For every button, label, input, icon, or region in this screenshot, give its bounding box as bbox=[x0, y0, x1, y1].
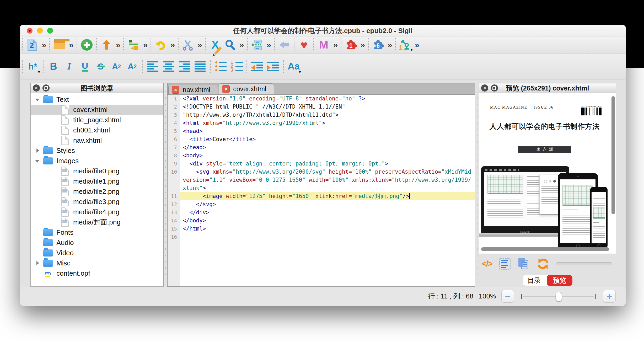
tree-item[interactable]: content.opf bbox=[31, 268, 163, 279]
code-line[interactable]: 13 </div> bbox=[168, 209, 475, 217]
tree-item[interactable]: Styles bbox=[31, 146, 163, 156]
bullet-list-button[interactable] bbox=[214, 59, 228, 74]
zoom-in-button[interactable]: + bbox=[603, 290, 616, 303]
code-line[interactable]: 7</head> bbox=[168, 143, 475, 152]
splitter-right[interactable] bbox=[476, 83, 478, 287]
donate-button[interactable]: ♥ bbox=[298, 39, 310, 51]
tree-item[interactable]: media/file0.png bbox=[31, 166, 163, 176]
tree-item[interactable]: nav.xhtml bbox=[31, 135, 163, 146]
tree-chevron-icon[interactable] bbox=[34, 157, 41, 165]
toolbar-expand-button[interactable]: » bbox=[266, 40, 271, 50]
tree-item[interactable]: cover.xhtml bbox=[31, 105, 163, 115]
detach-panel-button[interactable] bbox=[42, 84, 50, 92]
strikethrough-button[interactable]: S bbox=[94, 59, 108, 74]
code-line[interactable]: 16 bbox=[168, 233, 475, 241]
tree-chevron-icon[interactable] bbox=[34, 147, 41, 154]
tree-item[interactable]: Video bbox=[31, 248, 163, 258]
undo-button[interactable] bbox=[154, 39, 167, 51]
tree-item[interactable]: Text bbox=[31, 94, 163, 105]
align-right-button[interactable] bbox=[178, 59, 191, 74]
close-window-button[interactable] bbox=[27, 28, 33, 34]
tab-nav-xhtml[interactable]: × nav.xhtml bbox=[168, 85, 218, 94]
inspect-code-button[interactable]: </> bbox=[482, 259, 492, 269]
code-line[interactable]: 3"http://www.w3.org/TR/xhtml11/DTD/xhtml… bbox=[168, 111, 475, 119]
superscript-button[interactable]: A2 bbox=[125, 59, 139, 74]
new-epub-button[interactable]: 2 bbox=[26, 39, 39, 51]
close-panel-button[interactable]: × bbox=[33, 84, 40, 92]
subscript-button[interactable]: A2 bbox=[110, 59, 123, 74]
align-left-button[interactable] bbox=[146, 59, 160, 74]
save-button[interactable] bbox=[100, 39, 113, 51]
add-existing-files-button[interactable] bbox=[80, 39, 93, 51]
detach-panel-button[interactable] bbox=[491, 84, 498, 92]
toolbar-expand-button[interactable]: » bbox=[41, 40, 46, 50]
plugin-6-button[interactable]: 6 bbox=[372, 39, 384, 51]
file-tree[interactable]: Textcover.xhtmltitle_page.xhtmlch001.xht… bbox=[30, 93, 164, 287]
open-file-button[interactable] bbox=[53, 39, 66, 51]
toolbar-expand-button[interactable]: » bbox=[196, 40, 202, 50]
minimize-window-button[interactable] bbox=[37, 28, 43, 34]
code-line[interactable]: 2<!DOCTYPE html PUBLIC "-//W3C//DTD XHTM… bbox=[168, 103, 475, 111]
toolbar-expand-button[interactable]: » bbox=[387, 40, 392, 50]
close-tab-icon[interactable]: × bbox=[222, 85, 230, 93]
preview-viewport[interactable]: MAC MAGAZINE ISSUE 06 01123454548750> 人人… bbox=[479, 93, 616, 254]
numbered-list-button[interactable]: 1 2 3 bbox=[230, 59, 243, 74]
mend-button[interactable] bbox=[127, 39, 140, 51]
toolbar-expand-button[interactable]: » bbox=[359, 40, 365, 50]
tree-chevron-icon[interactable] bbox=[34, 260, 41, 267]
vertical-scrollbar[interactable] bbox=[611, 96, 615, 214]
bold-button[interactable]: B bbox=[47, 59, 60, 74]
heading-button[interactable]: h* ▾ bbox=[26, 59, 40, 74]
zoom-slider-handle[interactable] bbox=[556, 292, 562, 301]
tree-item[interactable]: media/file2.png bbox=[31, 186, 163, 197]
code-line[interactable]: 14</body> bbox=[168, 217, 475, 225]
tree-item[interactable]: media/file3.png bbox=[31, 197, 163, 207]
tree-item[interactable]: media/file1.png bbox=[31, 176, 163, 186]
copy-button[interactable] bbox=[517, 258, 530, 270]
tree-item[interactable]: media/封面.png bbox=[31, 217, 163, 227]
tab-table-of-contents[interactable]: 目录 bbox=[523, 275, 548, 286]
casing-button[interactable]: Aa ▾ bbox=[287, 59, 300, 74]
tab-preview[interactable]: 预览 bbox=[547, 275, 572, 286]
italic-button[interactable]: I bbox=[62, 59, 76, 74]
code-line[interactable]: 8<body> bbox=[168, 152, 475, 160]
plugin-m-button[interactable]: M bbox=[317, 39, 330, 51]
align-justify-button[interactable] bbox=[193, 59, 207, 74]
refresh-button[interactable] bbox=[537, 258, 549, 270]
code-line[interactable]: 15</html> bbox=[168, 225, 475, 233]
select-all-button[interactable] bbox=[499, 258, 511, 270]
plugin-quick-launch-button[interactable]: 1 ▾ bbox=[399, 39, 412, 51]
toolbar-expand-button[interactable]: » bbox=[238, 40, 244, 50]
toolbar-expand-button[interactable]: » bbox=[68, 40, 73, 50]
well-formed-check-button[interactable]: X bbox=[209, 39, 222, 51]
plugin-1-button[interactable]: 1 bbox=[345, 39, 357, 51]
toolbar-expand-button[interactable]: » bbox=[115, 40, 120, 50]
outdent-button[interactable] bbox=[250, 59, 264, 74]
tree-item[interactable]: Fonts bbox=[31, 227, 163, 238]
tree-item[interactable]: Misc bbox=[31, 258, 163, 268]
tree-item[interactable]: Audio bbox=[31, 238, 163, 248]
code-line[interactable]: 5<head> bbox=[168, 127, 475, 135]
code-line[interactable]: 6 <title>Cover</title> bbox=[168, 135, 475, 143]
back-button[interactable] bbox=[278, 39, 291, 51]
toolbar-expand-button[interactable]: » bbox=[414, 40, 419, 50]
code-line[interactable]: 1<?xml version="1.0" encoding="UTF-8" st… bbox=[168, 95, 475, 103]
cut-button[interactable] bbox=[182, 39, 194, 51]
tree-item[interactable]: media/file4.png bbox=[31, 207, 163, 217]
zoom-slider[interactable] bbox=[519, 290, 598, 302]
horizontal-scrollbar[interactable] bbox=[481, 247, 609, 251]
code-line[interactable]: 12 </svg> bbox=[168, 200, 475, 209]
find-replace-button[interactable] bbox=[224, 39, 236, 51]
zoom-out-button[interactable]: − bbox=[501, 290, 514, 303]
tree-chevron-icon[interactable] bbox=[34, 96, 41, 103]
split-at-cursor-button[interactable] bbox=[251, 39, 264, 51]
code-line[interactable]: 10 <svg xmlns="http://www.w3.org/2000/sv… bbox=[168, 168, 475, 176]
code-line[interactable]: version="1.1" viewBox="0 0 1275 1650" wi… bbox=[168, 176, 475, 184]
code-line[interactable]: 11 <image width="1275" height="1650" xli… bbox=[168, 192, 475, 200]
toolbar-expand-button[interactable]: » bbox=[332, 40, 337, 50]
splitter-left[interactable] bbox=[165, 83, 166, 287]
close-panel-button[interactable]: × bbox=[481, 84, 488, 92]
zoom-window-button[interactable] bbox=[47, 28, 53, 34]
code-line[interactable]: 4<html xmlns="http://www.w3.org/1999/xht… bbox=[168, 119, 475, 127]
toolbar-expand-button[interactable]: » bbox=[169, 40, 175, 50]
